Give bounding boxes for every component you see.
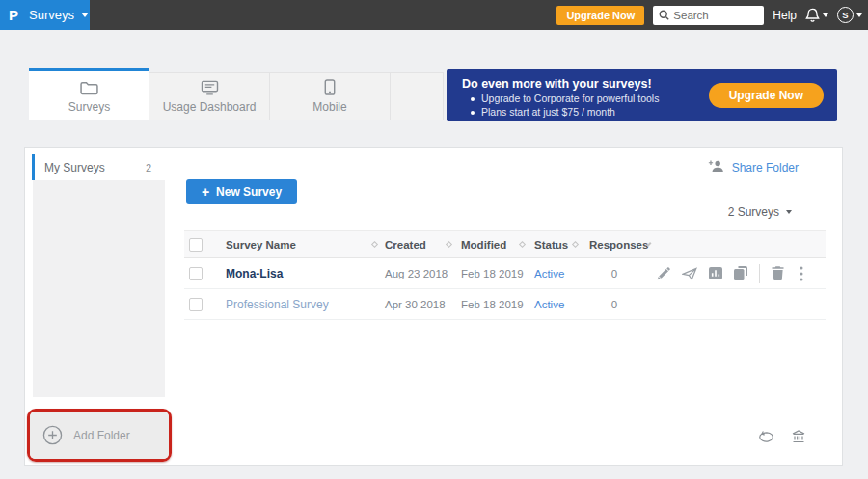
survey-name-link[interactable]: Mona-Lisa bbox=[226, 267, 283, 280]
folder-name: My Surveys bbox=[44, 161, 105, 174]
column-header-survey-name: Survey Name bbox=[226, 239, 296, 251]
add-folder-label: Add Folder bbox=[73, 429, 130, 442]
survey-name-link[interactable]: Professional Survey bbox=[226, 298, 329, 311]
report-chart-icon[interactable] bbox=[709, 267, 722, 279]
sort-icon[interactable] bbox=[647, 242, 652, 247]
responses-count: 0 bbox=[611, 299, 617, 310]
add-folder-button[interactable]: Add Folder bbox=[30, 412, 169, 459]
sort-icon[interactable] bbox=[572, 241, 579, 248]
tab-usage-dashboard[interactable]: Usage Dashboard bbox=[149, 72, 270, 120]
notifications-menu[interactable] bbox=[805, 8, 828, 23]
row-checkbox[interactable] bbox=[189, 298, 203, 311]
more-options-kebab-icon[interactable] bbox=[800, 266, 803, 281]
upgrade-now-button[interactable]: Upgrade Now bbox=[556, 6, 644, 25]
select-all-checkbox[interactable] bbox=[189, 238, 203, 252]
survey-count-dropdown[interactable]: 2 Surveys bbox=[728, 205, 792, 219]
search-box[interactable] bbox=[653, 6, 764, 25]
search-input[interactable] bbox=[673, 10, 755, 21]
tab-label: Usage Dashboard bbox=[163, 100, 257, 114]
product-menu-label: Surveys bbox=[29, 8, 74, 22]
sidebar-item-my-surveys[interactable]: My Surveys 2 bbox=[32, 154, 165, 180]
tab-mobile[interactable]: Mobile bbox=[270, 72, 391, 120]
dashboard-icon bbox=[201, 79, 219, 95]
sort-icon[interactable] bbox=[371, 241, 378, 248]
status-link[interactable]: Active bbox=[534, 268, 564, 279]
account-menu[interactable]: S bbox=[837, 7, 862, 23]
chevron-down-icon bbox=[81, 13, 89, 17]
avatar: S bbox=[837, 7, 854, 23]
modified-date: Feb 18 2019 bbox=[461, 268, 524, 279]
delete-trash-icon[interactable] bbox=[772, 266, 784, 280]
column-header-modified: Modified bbox=[461, 239, 506, 251]
plus-icon: + bbox=[202, 184, 209, 200]
new-survey-button[interactable]: + New Survey bbox=[186, 179, 297, 204]
responses-count: 0 bbox=[611, 268, 617, 279]
column-header-responses: Responses bbox=[589, 239, 648, 251]
created-date: Apr 30 2018 bbox=[385, 299, 446, 310]
sort-icon[interactable] bbox=[446, 241, 452, 248]
card-footer-icons bbox=[758, 430, 805, 443]
edit-pencil-icon[interactable] bbox=[657, 267, 670, 280]
created-date: Aug 23 2018 bbox=[385, 268, 448, 279]
column-header-status: Status bbox=[534, 239, 568, 251]
share-folder-link[interactable]: Share Folder bbox=[708, 159, 799, 176]
person-plus-icon bbox=[708, 159, 724, 176]
search-icon bbox=[659, 10, 669, 20]
status-link[interactable]: Active bbox=[534, 299, 564, 310]
tab-label: Mobile bbox=[312, 100, 346, 114]
folder-list-panel bbox=[33, 180, 165, 397]
annotation-highlight: Add Folder bbox=[27, 409, 172, 462]
archive-bank-icon[interactable] bbox=[792, 430, 805, 443]
tab-strip-filler bbox=[391, 72, 444, 120]
restore-icon[interactable] bbox=[758, 431, 775, 443]
tab-surveys[interactable]: Surveys bbox=[29, 68, 149, 120]
chevron-down-icon bbox=[856, 13, 862, 17]
chevron-down-icon bbox=[786, 210, 792, 214]
folder-icon bbox=[80, 79, 98, 95]
new-survey-label: New Survey bbox=[216, 185, 282, 199]
surveys-card: My Surveys 2 Add Folder Share Folder + N… bbox=[24, 147, 843, 466]
table-row: Mona-Lisa Aug 23 2018 Feb 18 2019 Active… bbox=[184, 258, 826, 289]
sort-icon[interactable] bbox=[519, 241, 526, 248]
table-row: Professional Survey Apr 30 2018 Feb 18 2… bbox=[184, 289, 826, 320]
product-menu[interactable]: P Surveys bbox=[0, 0, 90, 30]
help-link[interactable]: Help bbox=[773, 9, 797, 22]
app-screen: P Surveys Upgrade Now Help S bbox=[0, 0, 868, 479]
brand-logo: P bbox=[9, 7, 18, 23]
tab-label: Surveys bbox=[68, 100, 110, 114]
promo-banner: Do even more with your surveys! Upgrade … bbox=[447, 69, 837, 121]
send-plane-icon[interactable] bbox=[682, 267, 697, 280]
actions-divider bbox=[759, 264, 760, 283]
tab-strip: Surveys Usage Dashboard Mobile bbox=[29, 68, 444, 120]
mobile-icon bbox=[324, 79, 336, 95]
row-checkbox[interactable] bbox=[189, 267, 203, 280]
modified-date: Feb 18 2019 bbox=[461, 299, 524, 310]
table-header-row: Survey Name Created Modified Status Resp… bbox=[184, 230, 826, 258]
survey-count-label: 2 Surveys bbox=[728, 205, 779, 219]
copy-icon[interactable] bbox=[734, 266, 747, 280]
top-bar: P Surveys Upgrade Now Help S bbox=[0, 0, 868, 30]
promo-upgrade-button[interactable]: Upgrade Now bbox=[709, 83, 824, 108]
plus-circle-icon bbox=[42, 425, 63, 445]
share-folder-label: Share Folder bbox=[732, 161, 799, 174]
folder-count-badge: 2 bbox=[146, 162, 151, 173]
chevron-down-icon bbox=[823, 13, 828, 17]
column-header-created: Created bbox=[385, 239, 426, 251]
bell-icon bbox=[805, 8, 820, 23]
surveys-table: Survey Name Created Modified Status Resp… bbox=[184, 230, 826, 320]
